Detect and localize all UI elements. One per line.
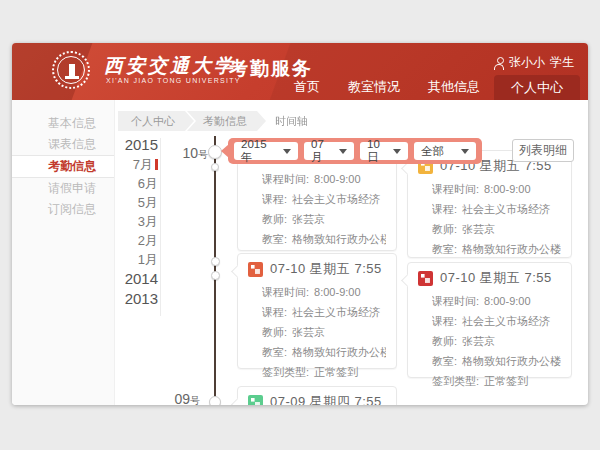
field-label: 教室: <box>262 233 287 245</box>
attendance-status-icon <box>248 262 263 277</box>
breadcrumb: 个人中心 考勤信息 时间轴 <box>118 111 327 131</box>
user-menu[interactable]: 张小小 学生 <box>494 54 574 71</box>
chevron-down-icon <box>393 149 401 154</box>
breadcrumb-timeline[interactable]: 时间轴 <box>259 111 327 131</box>
field-label: 教师: <box>262 326 287 338</box>
timeline-axis: 2015 7月 6月 5月 3月 2月 1月 2014 2013 <box>112 135 158 309</box>
breadcrumb-personal-center[interactable]: 个人中心 <box>118 111 194 131</box>
user-name: 张小小 <box>509 54 545 71</box>
field-label: 课程时间: <box>262 173 309 185</box>
sidebar-item-basic-info[interactable]: 基本信息 <box>12 113 114 134</box>
sidebar-item-subscription[interactable]: 订阅信息 <box>12 199 114 220</box>
list-detail-button[interactable]: 列表明细 <box>512 139 574 162</box>
field-label: 教师: <box>262 213 287 225</box>
field-value: 格物致知行政办公楼 <box>292 233 386 245</box>
field-value: 格物致知行政办公楼 <box>462 355 561 367</box>
field-value: 社会主义市场经济 <box>292 193 380 205</box>
nav-item-classrooms[interactable]: 教室情况 <box>334 74 414 100</box>
field-label: 教师: <box>432 335 457 347</box>
attendance-status-icon <box>248 395 263 406</box>
attendance-card[interactable]: 07-10 星期五 7:55 课程时间:8:00-9:00 课程:社会主义市场经… <box>237 253 397 369</box>
day-label-10: 10号 <box>172 145 208 162</box>
university-name-cn: 西安交通大学 <box>104 53 236 79</box>
field-value: 社会主义市场经济 <box>462 203 550 215</box>
field-label: 课程时间: <box>432 295 479 307</box>
university-name-en: XI'AN JIAO TONG UNIVERSITY <box>106 77 241 84</box>
nav-item-personal-center[interactable]: 个人中心 <box>494 75 580 100</box>
field-value: 张芸京 <box>292 213 325 225</box>
field-value: 格物致知行政办公楼 <box>462 243 561 255</box>
axis-month-jul: 7月 <box>112 155 158 174</box>
sidebar-item-timetable[interactable]: 课表信息 <box>12 134 114 155</box>
user-role: 学生 <box>550 54 574 71</box>
field-label: 教室: <box>262 346 287 358</box>
chevron-down-icon <box>283 149 291 154</box>
field-label: 课程: <box>432 315 457 327</box>
type-dropdown[interactable]: 全部 <box>414 142 476 160</box>
field-label: 课程: <box>432 203 457 215</box>
current-month-marker <box>155 159 158 170</box>
axis-year-2013: 2013 <box>112 289 158 309</box>
field-value: 8:00-9:00 <box>314 286 360 298</box>
field-label: 课程时间: <box>262 286 309 298</box>
attendance-card[interactable]: 07-09 星期四 7:55 <box>237 386 397 405</box>
chevron-down-icon <box>461 149 469 154</box>
field-value: 正常签到 <box>484 375 528 387</box>
day-dropdown[interactable]: 10日 <box>360 142 408 160</box>
attendance-card[interactable]: 07-10 星期五 7:55 课程时间:8:00-9:00 课程:社会主义市场经… <box>407 262 572 378</box>
field-value: 社会主义市场经济 <box>462 315 550 327</box>
nav-item-other-info[interactable]: 其他信息 <box>414 74 494 100</box>
field-value: 社会主义市场经济 <box>292 306 380 318</box>
nav-item-home[interactable]: 首页 <box>280 74 334 100</box>
field-label: 签到类型: <box>432 375 479 387</box>
field-value: 张芸京 <box>292 326 325 338</box>
field-label: 教室: <box>432 355 457 367</box>
attendance-status-icon <box>418 271 433 286</box>
breadcrumb-attendance[interactable]: 考勤信息 <box>187 111 266 131</box>
attendance-card[interactable]: 07-10 星期五 7:55 课程时间:8:00-9:00 课程:社会主义市场经… <box>407 150 572 258</box>
axis-month-jan: 1月 <box>112 250 158 269</box>
sidebar-item-attendance[interactable]: 考勤信息 <box>12 155 114 178</box>
university-logo <box>52 51 90 89</box>
axis-month-jun: 6月 <box>112 174 158 193</box>
field-value: 正常签到 <box>314 366 358 378</box>
axis-month-may: 5月 <box>112 193 158 212</box>
sidebar: 基本信息 课表信息 考勤信息 请假申请 订阅信息 <box>12 100 115 405</box>
year-dropdown[interactable]: 2015年 <box>234 142 298 160</box>
card-date: 07-10 星期五 7:55 <box>440 269 552 287</box>
field-label: 课程: <box>262 193 287 205</box>
field-value: 8:00-9:00 <box>484 295 530 307</box>
timeline-node <box>211 163 219 171</box>
card-date: 07-09 星期四 7:55 <box>270 393 382 405</box>
app-header: 西安交通大学 XI'AN JIAO TONG UNIVERSITY 考勤服务 张… <box>12 43 588 100</box>
chevron-down-icon <box>339 149 347 154</box>
sidebar-item-leave-request[interactable]: 请假申请 <box>12 178 114 199</box>
month-dropdown[interactable]: 07月 <box>304 142 354 160</box>
field-label: 教师: <box>432 223 457 235</box>
field-label: 课程: <box>262 306 287 318</box>
timeline-node <box>209 396 221 405</box>
date-filter-bubble: 2015年 07月 10日 全部 <box>228 138 482 164</box>
timeline-node <box>211 271 220 280</box>
timeline-node <box>208 145 222 159</box>
card-date: 07-10 星期五 7:55 <box>270 260 382 278</box>
main-nav: 首页 教室情况 其他信息 个人中心 <box>280 74 580 100</box>
app-window: 西安交通大学 XI'AN JIAO TONG UNIVERSITY 考勤服务 张… <box>12 43 588 405</box>
field-value: 8:00-9:00 <box>484 183 530 195</box>
axis-year-2014: 2014 <box>112 269 158 289</box>
page-background: { "colors": { "header_red": "#c63e2d", "… <box>0 0 600 450</box>
field-value: 格物致知行政办公楼 <box>292 346 386 358</box>
user-icon <box>494 57 504 69</box>
axis-month-feb: 2月 <box>112 231 158 250</box>
field-value: 张芸京 <box>462 335 495 347</box>
field-label: 教室: <box>432 243 457 255</box>
field-label: 课程时间: <box>432 183 479 195</box>
timeline-node <box>211 257 220 266</box>
axis-divider <box>160 138 161 316</box>
axis-year-2015: 2015 <box>112 135 158 155</box>
field-label: 签到类型: <box>262 366 309 378</box>
day-label-09: 09号 <box>164 391 200 405</box>
field-value: 8:00-9:00 <box>314 173 360 185</box>
axis-month-mar: 3月 <box>112 212 158 231</box>
field-value: 张芸京 <box>462 223 495 235</box>
